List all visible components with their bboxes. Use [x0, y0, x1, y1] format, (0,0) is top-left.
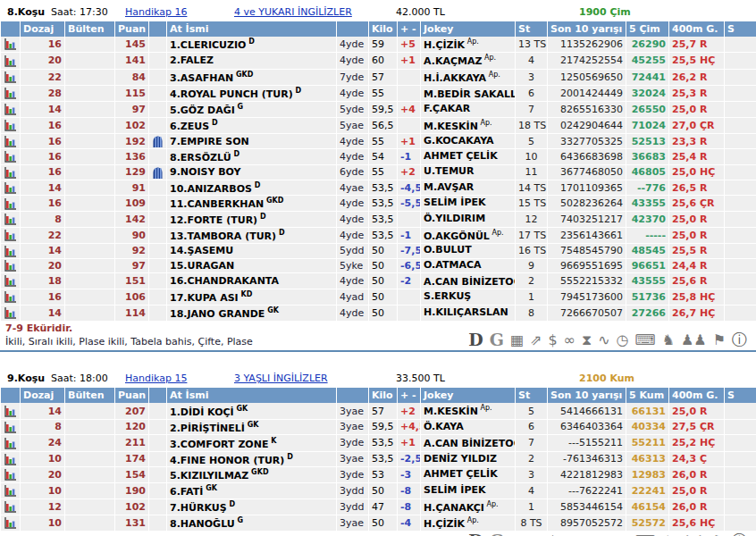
- stats-chart-icon[interactable]: [1, 403, 21, 419]
- stats-chart-icon[interactable]: [1, 289, 21, 306]
- surface-record-cell: 66131: [626, 403, 669, 419]
- stats-chart-icon[interactable]: [1, 117, 21, 133]
- stats-chart-icon[interactable]: [1, 227, 21, 243]
- extra-cell: [725, 149, 756, 165]
- info-icon[interactable]: ⓘ: [732, 332, 747, 348]
- bulten-cell: [65, 85, 115, 101]
- letter-d-icon[interactable]: D: [468, 532, 483, 536]
- letter-d-icon[interactable]: D: [468, 331, 483, 348]
- stats-chart-icon[interactable]: [1, 69, 21, 85]
- race-8-table: DozajBültenPuanAt İsmiKilo+ -JokeyStSon …: [0, 21, 756, 322]
- stats-chart-icon[interactable]: [1, 85, 21, 101]
- dozaj-cell: 10: [21, 451, 65, 467]
- age-cell: 4yde: [337, 212, 369, 228]
- stats-chart-icon[interactable]: [1, 451, 21, 467]
- stats-chart-icon[interactable]: [1, 212, 21, 228]
- horse-icon[interactable]: ♞: [662, 333, 675, 348]
- surface-record-cell: 12983: [626, 467, 669, 483]
- jokey-cell: S.ERKUŞ: [421, 289, 516, 306]
- horse-row: 14975.GÖZ DAĞI G5yde59,5+4F.ÇAKAR7826551…: [1, 102, 756, 118]
- weight-change-cell: +1: [398, 53, 421, 69]
- kilo-cell: 55: [369, 85, 398, 101]
- jokey-cell: G.KOCAKAYA: [421, 134, 516, 149]
- puan-cell: 115: [115, 85, 149, 101]
- letter-g-icon[interactable]: G: [490, 532, 504, 536]
- stats-chart-icon[interactable]: [1, 134, 21, 149]
- last10-results-cell: 8265516330: [548, 102, 626, 118]
- race-prize: 33.500 TL: [396, 373, 445, 384]
- stats-chart-icon[interactable]: [1, 180, 21, 196]
- jokey-cell: M.KESKİN Ap.: [421, 403, 516, 419]
- race-condition-link[interactable]: Handikap 15: [125, 373, 187, 384]
- letter-g-icon[interactable]: G: [490, 331, 504, 348]
- last10-results-cell: 3327705325: [548, 134, 626, 149]
- horse-name-cell: 11.CANBERKHAN GKD: [167, 196, 337, 212]
- stats-chart-icon[interactable]: [1, 53, 21, 69]
- schedule-grid-icon[interactable]: ▦: [510, 333, 524, 348]
- weight-change-value: +1: [400, 437, 416, 448]
- stats-chart-icon[interactable]: [1, 149, 21, 165]
- performance-chart-icon[interactable]: ⇗: [530, 333, 542, 348]
- horse-name-cell: 7.EMPIRE SON: [167, 134, 337, 149]
- stats-chart-icon[interactable]: [1, 258, 21, 273]
- stats-chart-icon[interactable]: [1, 196, 21, 212]
- race-8-header: 8.Koşu Saat: 17:30 Handikap 16 4 ve YUKA…: [0, 4, 756, 21]
- bulten-cell: [65, 403, 115, 419]
- column-header-age: [337, 21, 369, 37]
- stats-chart-icon[interactable]: [1, 498, 21, 515]
- stats-chart-icon[interactable]: [1, 482, 21, 498]
- last-400m-cell: 25,5 HÇ: [669, 53, 725, 69]
- age-cell: 6yde: [337, 164, 369, 180]
- bulten-cell: [65, 164, 115, 180]
- surface-record-cell: 71024: [626, 117, 669, 133]
- hourglass-icon[interactable]: ⧗: [582, 333, 592, 348]
- stats-chart-icon[interactable]: [1, 306, 21, 322]
- puan-cell: 151: [115, 273, 149, 289]
- race-group-link[interactable]: 3 YAŞLI İNGİLİZLER: [234, 373, 328, 384]
- stats-chart-icon[interactable]: [1, 164, 21, 180]
- race-time: Saat: 17:30: [51, 6, 108, 18]
- stats-bars-glyph: [4, 246, 16, 257]
- age-cell: 4yad: [337, 289, 369, 306]
- stats-chart-icon[interactable]: [1, 515, 21, 531]
- stats-chart-icon[interactable]: [1, 37, 21, 53]
- stats-chart-icon[interactable]: [1, 419, 21, 435]
- surface-record-cell: 40334: [626, 419, 669, 435]
- horse-name-abbr: GKD: [233, 71, 253, 79]
- puan-cell: 114: [115, 306, 149, 322]
- stats-chart-icon[interactable]: [1, 102, 21, 118]
- stats-chart-icon[interactable]: [1, 273, 21, 289]
- photo-finish-icon[interactable]: ⚑: [713, 333, 726, 348]
- stats-chart-icon[interactable]: [1, 244, 21, 259]
- race-group-link[interactable]: 4 ve YUKARI İNGİLİZLER: [234, 6, 352, 18]
- last10-results-cell: 8957052572: [548, 515, 626, 531]
- money-icon[interactable]: $: [548, 333, 557, 348]
- race-9-table: DozajBültenPuanAt İsmiKilo+ -JokeyStSon …: [0, 388, 756, 532]
- column-header-chart: [1, 388, 21, 403]
- race-8-column-headers: DozajBültenPuanAt İsmiKilo+ -JokeyStSon …: [1, 21, 756, 37]
- surface-record-cell: 51736: [626, 289, 669, 306]
- horse-name-cell: 14.ŞASEMU: [167, 244, 337, 259]
- stats-bars-glyph: [4, 214, 16, 225]
- age-cell: 5ydd: [337, 244, 369, 259]
- line-chart-icon[interactable]: ∿: [598, 333, 609, 348]
- race-condition-link[interactable]: Handikap 16: [125, 6, 187, 18]
- horse-row: 101744.FINE HONOR (TUR) D3yae53,5-2,5DEN…: [1, 451, 756, 467]
- calculator-icon[interactable]: ⌨: [635, 333, 656, 348]
- stats-chart-icon[interactable]: [1, 467, 21, 483]
- stats-chart-icon[interactable]: [1, 435, 21, 451]
- race-8-footer: 7-9 Eküridir. İkili, Sıralı ikili, Plase…: [0, 322, 756, 349]
- horse-name-cell: 1.DİDİ KOÇİ GK: [167, 403, 337, 419]
- crowd-icon[interactable]: ♟♟: [681, 333, 707, 348]
- jokey-cell: DENİZ YILDIZ: [421, 451, 516, 467]
- stopwatch-icon[interactable]: ◷: [617, 333, 629, 348]
- surface-record-cell: -----: [626, 227, 669, 243]
- binoculars-icon[interactable]: ∞: [564, 333, 575, 348]
- extra-cell: [725, 306, 756, 322]
- stats-bars-glyph: [4, 260, 16, 272]
- age-cell: 4yde: [337, 149, 369, 165]
- horse-name-abbr: D: [246, 38, 254, 46]
- bulten-cell: [65, 244, 115, 259]
- weight-change-cell: -6,5: [398, 258, 421, 273]
- stable-silks-icon: [149, 134, 167, 149]
